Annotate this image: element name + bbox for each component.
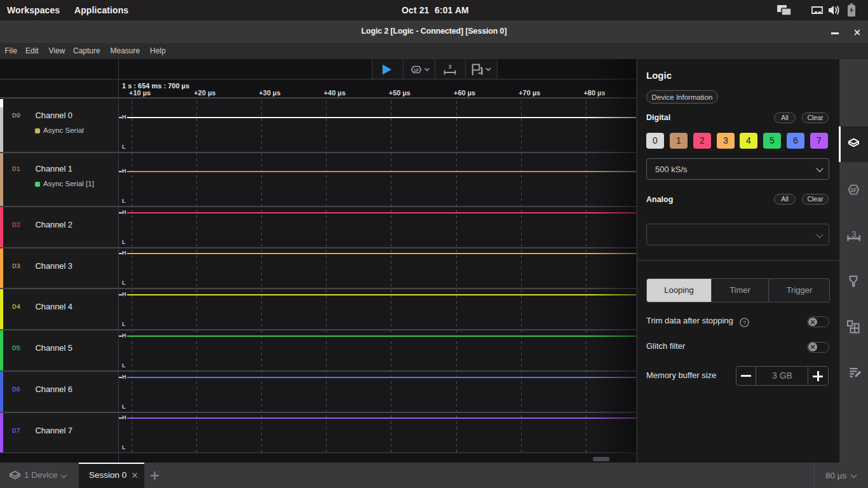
svg-text:3: 3	[448, 64, 451, 70]
svg-text:?: ?	[742, 319, 746, 326]
svg-text:1F: 1F	[851, 187, 857, 193]
svg-text:3: 3	[851, 229, 856, 239]
svg-text:1F: 1F	[414, 67, 419, 73]
